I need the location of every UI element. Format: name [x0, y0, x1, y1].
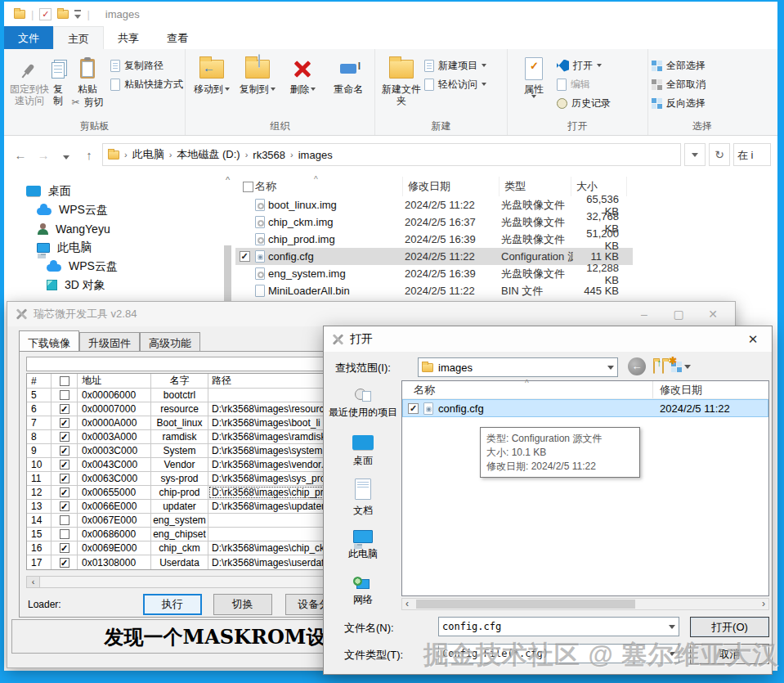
address-dropdown-button[interactable]	[684, 143, 706, 166]
search-input[interactable]: 在 i	[733, 143, 771, 166]
qat-folder-icon[interactable]	[57, 10, 69, 19]
history-button[interactable]: 历史记录	[557, 96, 611, 110]
qat-check-icon[interactable]: ✓	[39, 8, 52, 20]
tab-home[interactable]: 主页	[53, 26, 104, 49]
file-row[interactable]: eng_system.img 2024/2/5 16:39 光盘映像文件 12,…	[235, 265, 633, 282]
back-button[interactable]: ←	[11, 148, 30, 162]
row-checkbox[interactable]	[60, 543, 69, 553]
header-checkbox[interactable]	[243, 182, 253, 192]
devtool-titlebar: 瑞芯微开发工具 v2.84 – ▢ ✕	[7, 302, 735, 326]
close-button[interactable]: ✕	[699, 308, 727, 321]
copy-button[interactable]: 复制	[52, 52, 65, 122]
select-all-icon	[652, 61, 662, 71]
row-checkbox[interactable]	[60, 501, 69, 511]
paste-button[interactable]: 粘贴	[65, 52, 110, 95]
breadcrumb-drive-d[interactable]: 本地磁盘 (D:)	[177, 147, 240, 162]
scroll-thumb[interactable]	[416, 600, 635, 609]
invert-selection-button[interactable]: 反向选择	[652, 96, 706, 110]
copy-to-button[interactable]: 复制到	[235, 52, 280, 122]
file-row[interactable]: chip_prod.img 2024/2/5 16:39 光盘映像文件 51,2…	[235, 231, 633, 248]
tab-view[interactable]: 查看	[153, 26, 202, 49]
column-header-date[interactable]: 修改日期	[403, 177, 500, 196]
scroll-left-icon[interactable]: ‹	[405, 599, 409, 609]
switch-button[interactable]: 切换	[213, 594, 272, 615]
row-checkbox[interactable]	[60, 418, 69, 428]
paste-shortcut-button[interactable]: 粘贴快捷方式	[110, 77, 183, 92]
filename-combobox[interactable]: config.cfg	[438, 617, 679, 636]
row-checkbox[interactable]	[60, 390, 69, 400]
edit-button[interactable]: 编辑	[557, 77, 611, 92]
header-checkbox[interactable]	[60, 376, 69, 386]
sidebar-item-user[interactable]: WangYeyu	[4, 219, 235, 238]
dialog-file-row-selected[interactable]: config.cfg 2024/2/5 11:22	[402, 399, 768, 417]
run-button[interactable]: 执行	[143, 594, 202, 615]
dialog-close-icon[interactable]: ✕	[742, 332, 764, 347]
sidebar-item-wps-cloud-2[interactable]: WPS云盘	[4, 257, 235, 276]
minimize-button[interactable]: –	[630, 308, 658, 321]
delete-button[interactable]: 删除	[280, 52, 326, 122]
row-checkbox[interactable]	[60, 474, 69, 483]
select-all-button[interactable]: 全部选择	[652, 58, 706, 73]
up-one-level-button[interactable]: ↑	[653, 361, 655, 373]
place-desktop[interactable]: 桌面	[327, 428, 399, 475]
sidebar-item-this-pc[interactable]: 此电脑	[4, 238, 235, 257]
scroll-thumb[interactable]	[224, 245, 231, 303]
sidebar-item-desktop[interactable]: 桌面	[4, 182, 235, 200]
up-button[interactable]: ↑	[79, 148, 99, 162]
place-network[interactable]: 网络	[327, 569, 399, 617]
row-checkbox[interactable]	[60, 404, 69, 414]
row-checkbox[interactable]	[60, 558, 69, 568]
row-checkbox[interactable]	[408, 403, 419, 414]
chevron-down-icon[interactable]	[669, 625, 675, 629]
new-item-button[interactable]: 新建项目	[424, 58, 486, 73]
new-folder-button[interactable]: 新建文件夹	[379, 52, 424, 122]
new-folder-button[interactable]: ✱	[662, 361, 664, 373]
forward-button[interactable]: →	[34, 148, 53, 162]
sidebar-item-wps-cloud[interactable]: WPS云盘	[4, 200, 235, 219]
scroll-up-icon[interactable]: ^	[222, 175, 233, 185]
row-checkbox[interactable]	[60, 460, 69, 470]
row-checkbox[interactable]	[60, 529, 69, 539]
properties-button[interactable]: ✓ 属性	[511, 52, 557, 122]
tab-share[interactable]: 共享	[104, 26, 153, 49]
open-button[interactable]: 打开	[557, 58, 611, 73]
row-checkbox[interactable]	[60, 515, 69, 525]
history-dropdown[interactable]	[56, 148, 76, 162]
easy-access-button[interactable]: 轻松访问	[424, 77, 486, 92]
place-recent[interactable]: 最近使用的项目	[327, 380, 399, 428]
row-checkbox[interactable]	[60, 488, 69, 497]
sidebar-item-3d-objects[interactable]: 3D 对象	[4, 276, 235, 294]
row-checkbox[interactable]	[60, 446, 69, 456]
chevron-down-icon[interactable]	[607, 366, 614, 370]
move-to-button[interactable]: ← 移动到	[189, 52, 235, 122]
dialog-horizontal-scrollbar[interactable]: ‹ ›	[401, 598, 769, 610]
column-header-name[interactable]: 名称 ^	[235, 177, 403, 196]
cut-button[interactable]: ✂ 剪切	[71, 95, 103, 110]
column-header-size[interactable]: 大小	[571, 177, 627, 196]
scroll-right-icon[interactable]: ›	[762, 599, 765, 609]
rename-button[interactable]: I 重命名	[325, 52, 371, 122]
copy-path-button[interactable]: 复制路径	[110, 58, 183, 73]
breadcrumb-this-pc[interactable]: 此电脑	[132, 147, 164, 162]
back-button[interactable]: ←	[628, 357, 646, 375]
breadcrumb-images[interactable]: images	[298, 149, 333, 161]
pin-to-quick-access-button[interactable]: 固定到快速访问	[7, 52, 52, 122]
select-none-button[interactable]: 全部取消	[652, 77, 706, 92]
tab-file[interactable]: 文件	[4, 26, 53, 49]
place-this-pc[interactable]: 此电脑	[327, 522, 399, 569]
breadcrumb[interactable]: › 此电脑 › 本地磁盘 (D:) › rk3568 › images	[102, 143, 681, 166]
row-checkbox[interactable]	[240, 251, 250, 262]
breadcrumb-rk3568[interactable]: rk3568	[253, 149, 285, 161]
look-in-combobox[interactable]: images	[418, 357, 618, 377]
qat-dropdown-icon[interactable]	[74, 10, 81, 19]
open-button[interactable]: 打开(O)	[690, 617, 769, 637]
column-header-date[interactable]: 修改日期	[653, 383, 702, 398]
maximize-button[interactable]: ▢	[665, 308, 692, 321]
row-checkbox[interactable]	[60, 432, 69, 442]
dialog-file-list: 名称 修改日期 ^ config.cfg 2024/2/5 11:22 类型: …	[401, 380, 769, 596]
column-header-type[interactable]: 类型	[500, 177, 571, 196]
place-documents[interactable]: 文档	[327, 475, 399, 523]
file-row[interactable]: MiniLoaderAll.bin 2024/2/5 11:22 BIN 文件 …	[235, 282, 633, 299]
scroll-left-icon[interactable]: ‹	[27, 577, 40, 587]
refresh-button[interactable]: ↻	[709, 143, 730, 166]
